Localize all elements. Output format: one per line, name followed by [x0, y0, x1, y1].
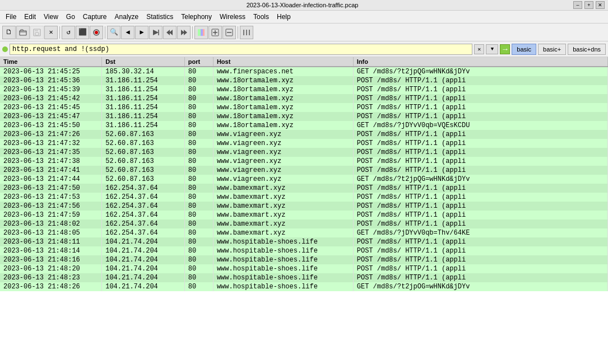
filter-apply-button[interactable]: → — [500, 44, 510, 54]
cell-info: POST /md8s/ HTTP/1.1 (appli — [353, 264, 607, 273]
back-button[interactable]: ◀ — [121, 26, 134, 39]
filter-status-indicator — [2, 46, 8, 52]
cell-port: 80 — [184, 103, 213, 112]
table-row[interactable]: 2023-06-13 21:47:53162.254.37.6480www.ba… — [0, 193, 608, 202]
table-row[interactable]: 2023-06-13 21:45:3631.186.11.25480www.18… — [0, 76, 608, 85]
svg-point-5 — [95, 31, 98, 34]
find-button[interactable]: 🔍 — [107, 26, 120, 39]
col-header-info[interactable]: Info — [353, 57, 607, 67]
profile-basic-button[interactable]: basic — [512, 44, 536, 55]
col-header-dst[interactable]: Dst — [102, 57, 185, 67]
table-row[interactable]: 2023-06-13 21:48:20104.21.74.20480www.ho… — [0, 264, 608, 273]
cell-host: www.18ortamalem.xyz — [213, 112, 353, 121]
table-row[interactable]: 2023-06-13 21:47:56162.254.37.6480www.ba… — [0, 202, 608, 211]
filter-dropdown-button[interactable]: ▼ — [486, 44, 498, 54]
close-button[interactable]: ✕ — [596, 1, 605, 9]
table-row[interactable]: 2023-06-13 21:48:14104.21.74.20480www.ho… — [0, 246, 608, 255]
forward-button[interactable]: ▶ — [135, 26, 148, 39]
cell-info: POST /md8s/ HTTP/1.1 (appli — [353, 202, 607, 211]
profile-basic-plus-button[interactable]: basic+ — [538, 44, 566, 55]
table-row[interactable]: 2023-06-13 21:48:16104.21.74.20480www.ho… — [0, 255, 608, 264]
table-row[interactable]: 2023-06-13 21:48:02162.254.37.6480www.ba… — [0, 220, 608, 228]
zoom-in-button[interactable] — [208, 26, 222, 39]
cell-port: 80 — [184, 202, 213, 211]
table-row[interactable]: 2023-06-13 21:47:4152.60.87.16380www.via… — [0, 166, 608, 175]
minimize-button[interactable]: – — [573, 1, 582, 9]
cell-info: POST /md8s/ HTTP/1.1 (appli — [353, 193, 607, 202]
menu-statistics[interactable]: Statistics — [143, 12, 177, 22]
menu-go[interactable]: Go — [63, 12, 78, 22]
menu-bar: File Edit View Go Capture Analyze Statis… — [0, 11, 608, 24]
menu-edit[interactable]: Edit — [21, 12, 39, 22]
restore-button[interactable]: + — [584, 1, 593, 9]
cell-port: 80 — [184, 157, 213, 166]
close-capture-button[interactable]: ✕ — [44, 26, 58, 39]
first-packet-button[interactable] — [163, 26, 177, 39]
table-row[interactable]: 2023-06-13 21:45:5031.186.11.25480www.18… — [0, 121, 608, 130]
table-row[interactable]: 2023-06-13 21:47:2652.60.87.16380www.via… — [0, 130, 608, 139]
menu-analyze[interactable]: Analyze — [112, 12, 142, 22]
menu-telephony[interactable]: Telephony — [178, 12, 215, 22]
table-row[interactable]: 2023-06-13 21:45:25185.30.32.1480www.fin… — [0, 67, 608, 76]
open-button[interactable] — [16, 26, 30, 39]
table-row[interactable]: 2023-06-13 21:47:3852.60.87.16380www.via… — [0, 157, 608, 166]
menu-view[interactable]: View — [40, 12, 62, 22]
cell-port: 80 — [184, 130, 213, 139]
menu-wireless[interactable]: Wireless — [216, 12, 249, 22]
table-row[interactable]: 2023-06-13 21:48:05162.254.37.6480www.ba… — [0, 228, 608, 237]
start-capture-button[interactable] — [90, 26, 103, 39]
table-row[interactable]: 2023-06-13 21:48:23104.21.74.20480www.ho… — [0, 273, 608, 282]
col-header-host[interactable]: Host — [213, 57, 353, 67]
packet-list[interactable]: Time Dst port Host Info 2023-06-13 21:45… — [0, 57, 608, 364]
table-row[interactable]: 2023-06-13 21:47:3252.60.87.16380www.via… — [0, 139, 608, 148]
table-row[interactable]: 2023-06-13 21:45:4731.186.11.25480www.18… — [0, 112, 608, 121]
cell-dst: 104.21.74.204 — [102, 255, 185, 264]
toolbar-sep-3 — [192, 26, 193, 39]
svg-rect-12 — [198, 29, 201, 36]
cell-host: www.18ortamalem.xyz — [213, 121, 353, 130]
save-button[interactable] — [30, 26, 44, 39]
table-row[interactable]: 2023-06-13 21:45:3931.186.11.25480www.18… — [0, 85, 608, 94]
menu-help[interactable]: Help — [273, 12, 294, 22]
cell-info: POST /md8s/ HTTP/1.1 (appli — [353, 237, 607, 246]
menu-capture[interactable]: Capture — [80, 12, 110, 22]
col-header-time[interactable]: Time — [0, 57, 102, 67]
table-row[interactable]: 2023-06-13 21:47:50162.254.37.6480www.ba… — [0, 184, 608, 193]
zoom-out-button[interactable] — [222, 26, 236, 39]
cell-host: www.bamexmart.xyz — [213, 211, 353, 220]
cell-port: 80 — [184, 246, 213, 255]
stop-capture-button[interactable]: ⬛ — [76, 26, 89, 39]
cell-port: 80 — [184, 76, 213, 85]
table-row[interactable]: 2023-06-13 21:48:26104.21.74.20480www.ho… — [0, 282, 608, 291]
cell-info: GET /md8s/?jDYvV0qb=Thv/64KE — [353, 228, 607, 237]
reload-button[interactable]: ↺ — [62, 26, 75, 39]
filter-bar: ✕ ▼ → basic basic+ basic+dns — [0, 41, 608, 57]
filter-input[interactable] — [10, 44, 472, 55]
table-header-row: Time Dst port Host Info — [0, 57, 608, 67]
resize-cols-button[interactable] — [240, 26, 253, 39]
table-row[interactable]: 2023-06-13 21:45:4231.186.11.25480www.18… — [0, 94, 608, 103]
window-controls[interactable]: – + ✕ — [573, 1, 605, 9]
col-header-port[interactable]: port — [184, 57, 213, 67]
table-row[interactable]: 2023-06-13 21:45:4531.186.11.25480www.18… — [0, 103, 608, 112]
last-packet-button[interactable] — [177, 26, 191, 39]
menu-file[interactable]: File — [2, 12, 20, 22]
table-row[interactable]: 2023-06-13 21:47:4452.60.87.16380www.via… — [0, 175, 608, 184]
svg-rect-2 — [35, 29, 38, 31]
filter-clear-button[interactable]: ✕ — [474, 44, 484, 54]
cell-port: 80 — [184, 228, 213, 237]
cell-host: www.bamexmart.xyz — [213, 228, 353, 237]
menu-tools[interactable]: Tools — [250, 12, 272, 22]
packet-table-body: 2023-06-13 21:45:25185.30.32.1480www.fin… — [0, 67, 608, 291]
table-row[interactable]: 2023-06-13 21:47:59162.254.37.6480www.ba… — [0, 211, 608, 220]
new-file-button[interactable]: 🗋 — [2, 26, 16, 39]
cell-dst: 52.60.87.163 — [102, 148, 185, 157]
go-to-button[interactable] — [149, 26, 163, 39]
svg-marker-11 — [184, 30, 187, 35]
table-row[interactable]: 2023-06-13 21:48:11104.21.74.20480www.ho… — [0, 237, 608, 246]
cell-host: www.18ortamalem.xyz — [213, 85, 353, 94]
profile-basic-dns-button[interactable]: basic+dns — [568, 44, 606, 55]
cell-host: www.18ortamalem.xyz — [213, 94, 353, 103]
table-row[interactable]: 2023-06-13 21:47:3552.60.87.16380www.via… — [0, 148, 608, 157]
colorize-button[interactable] — [194, 26, 208, 39]
